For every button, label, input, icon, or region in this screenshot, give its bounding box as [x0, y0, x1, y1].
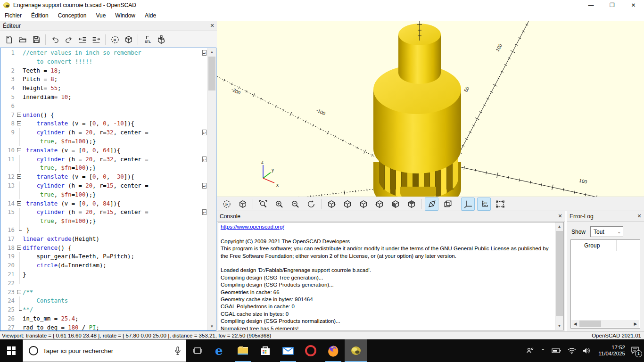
code-line[interactable]: 2Teeth = 18;	[0, 66, 208, 75]
volume-icon[interactable]	[583, 347, 591, 354]
scroll-down-icon[interactable]: ▼	[555, 322, 563, 330]
scroll-down-icon[interactable]: ▼	[208, 322, 216, 330]
console-close-icon[interactable]: ✕	[555, 213, 565, 219]
save-file-button[interactable]	[29, 33, 43, 46]
zoom-in-button[interactable]	[272, 197, 286, 211]
view-top-button[interactable]	[340, 197, 354, 211]
code-editor[interactable]: 1//enter values in inch so remember↵ to …	[0, 48, 216, 331]
zoom-out-button[interactable]	[288, 197, 302, 211]
preview-button[interactable]: »	[220, 197, 233, 211]
close-button[interactable]: ✕	[623, 0, 644, 10]
fold-marker[interactable]	[17, 119, 23, 128]
code-line[interactable]: 23/**	[0, 288, 208, 297]
show-scale-markers-button[interactable]: 10	[477, 197, 491, 211]
taskbar-app-edge[interactable]: e	[209, 339, 231, 362]
view-bottom-button[interactable]	[356, 197, 370, 211]
editor-close-icon[interactable]: ✕	[207, 23, 217, 29]
restore-button[interactable]: ❐	[602, 0, 623, 10]
editor-vertical-scrollbar[interactable]: ▲ ▼	[207, 48, 216, 330]
code-line[interactable]: true, $fn=100);}	[0, 190, 208, 199]
taskbar-app-openscad[interactable]	[345, 339, 367, 362]
errorlog-filter-dropdown[interactable]: Tout ⌄	[590, 226, 623, 237]
code-line[interactable]: true, $fn=100);}	[0, 137, 208, 146]
fold-marker[interactable]	[17, 173, 23, 181]
editor-scroll-thumb[interactable]	[208, 57, 215, 90]
chevron-up-icon[interactable]: ⌃	[541, 348, 545, 354]
errorlog-horizontal-scrollbar[interactable]: ◀ ▶	[571, 320, 639, 328]
console-scroll-thumb[interactable]	[556, 231, 563, 316]
fold-marker[interactable]	[17, 244, 23, 253]
console-link[interactable]: https://www.openscad.org/	[221, 224, 284, 230]
battery-icon[interactable]	[552, 348, 561, 354]
code-line[interactable]: 5Innerdiam= 10;	[0, 93, 208, 102]
code-line[interactable]: 9 cylinder (h = 20, r=32, center = ↵	[0, 128, 208, 137]
code-line[interactable]: 6	[0, 102, 208, 111]
scroll-left-icon[interactable]: ◀	[571, 320, 579, 328]
code-line[interactable]: 7union() {	[0, 111, 208, 120]
taskbar-app-opera[interactable]	[299, 339, 322, 362]
3d-viewport[interactable]: -200-10050100100100	[217, 21, 644, 197]
code-line[interactable]: 12 translate (v = [0, 0, -30]){	[0, 173, 208, 181]
code-line[interactable]: 3Pitch = 8;	[0, 75, 208, 84]
orthographic-button[interactable]	[441, 197, 454, 211]
export-stl-button[interactable]: STL	[140, 33, 154, 46]
code-line[interactable]: true, $fn=100);}	[0, 217, 208, 226]
action-center-button[interactable]: 1	[631, 346, 639, 355]
start-button[interactable]	[0, 339, 23, 362]
code-line[interactable]: 20 circle(d=Innerdiam);	[0, 261, 208, 270]
code-line[interactable]: 8 translate (v = [0, 0, -10]){	[0, 119, 208, 128]
people-icon[interactable]	[526, 347, 534, 354]
fold-marker[interactable]	[17, 111, 23, 120]
taskbar-search-input[interactable]: Taper ici pour rechercher	[23, 339, 186, 362]
menu-window[interactable]: Window	[110, 11, 140, 20]
taskbar-app-firefox[interactable]	[322, 339, 345, 362]
code-line[interactable]: 15 cylinder (h = 20, r=15, center = ↵	[0, 208, 208, 217]
code-line[interactable]: to convert !!!!!	[0, 58, 208, 66]
menu-vue[interactable]: Vue	[91, 11, 110, 20]
code-line[interactable]: 24 Constants	[0, 296, 208, 305]
show-axes-button[interactable]	[461, 197, 475, 211]
fold-marker[interactable]	[17, 288, 23, 297]
taskbar-app-mail[interactable]	[277, 339, 299, 362]
print-3d-button[interactable]	[154, 33, 168, 46]
taskbar-clock[interactable]: 17:52 11/04/2025	[598, 345, 625, 357]
task-view-button[interactable]	[186, 339, 209, 362]
code-line[interactable]: 17linear_extrude(Height)	[0, 235, 208, 244]
code-line[interactable]: 13 cylinder (h = 20, r=15, center = ↵	[0, 181, 208, 190]
code-line[interactable]: 11 cylinder (h = 20, r=32, center = ↵	[0, 155, 208, 164]
indent-button[interactable]	[89, 33, 103, 46]
view-left-button[interactable]	[372, 197, 386, 211]
render-button[interactable]	[122, 33, 135, 46]
unindent-button[interactable]	[75, 33, 89, 46]
code-line[interactable]: 27rad_to_deg = 180 / PI;	[0, 323, 208, 331]
minimize-button[interactable]: —	[580, 0, 602, 10]
code-line[interactable]: 18difference() {	[0, 244, 208, 253]
fold-marker[interactable]	[17, 146, 23, 155]
menu-conception[interactable]: Conception	[53, 11, 91, 20]
view-right-button[interactable]	[324, 197, 338, 211]
scroll-right-icon[interactable]: ▶	[632, 320, 639, 328]
open-file-button[interactable]	[16, 33, 29, 46]
render-button[interactable]	[236, 197, 249, 211]
errorlog-scroll-thumb[interactable]	[579, 321, 601, 327]
console-vertical-scrollbar[interactable]: ▲ ▼	[555, 222, 563, 330]
redo-button[interactable]	[62, 33, 75, 46]
code-line[interactable]: 14 translate (v = [0, 0, 84]){	[0, 199, 208, 208]
zoom-all-button[interactable]	[256, 197, 270, 211]
view-back-button[interactable]	[405, 197, 418, 211]
view-all-button[interactable]	[493, 197, 507, 211]
code-line[interactable]: 10 translate (v = [0, 0, 64]){	[0, 146, 208, 155]
view-front-button[interactable]	[388, 197, 402, 211]
perspective-button[interactable]	[425, 197, 438, 211]
new-file-button[interactable]	[2, 33, 16, 46]
code-line[interactable]: true, $fn=100);}	[0, 164, 208, 173]
undo-button[interactable]	[48, 33, 62, 46]
code-line[interactable]: 25**/	[0, 305, 208, 314]
code-line[interactable]: 22	[0, 279, 208, 288]
code-line[interactable]: 16 }	[0, 226, 208, 235]
code-line[interactable]: 19 spur_gear(N=Teeth, P=Pitch);	[0, 252, 208, 261]
scroll-up-icon[interactable]: ▲	[208, 48, 216, 56]
wifi-icon[interactable]	[568, 348, 576, 354]
menu-aide[interactable]: Aide	[140, 11, 161, 20]
scroll-up-icon[interactable]: ▲	[555, 222, 563, 230]
